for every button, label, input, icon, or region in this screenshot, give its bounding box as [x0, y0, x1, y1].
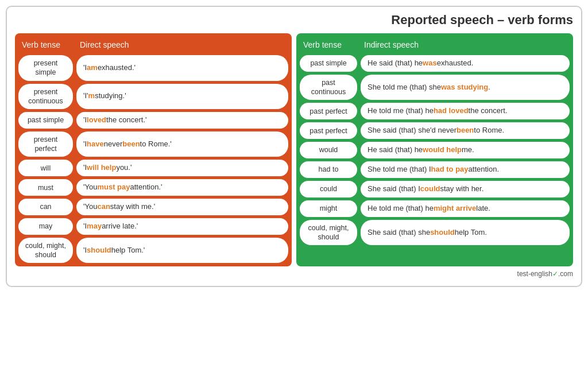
table-row: could She said (that) I could stay with … — [300, 181, 570, 197]
table-row: might He told me (that) he might arrive … — [300, 200, 570, 217]
speech-cell: 'You can stay with me.' — [76, 199, 288, 215]
table-row: would He said (that) he would help me. — [300, 142, 570, 158]
table-row: must 'You must pay attention.' — [18, 179, 288, 196]
tense-cell: may — [18, 218, 73, 235]
table-row: past perfect She said (that) she'd never… — [300, 122, 570, 139]
table-row: can 'You can stay with me.' — [18, 199, 288, 215]
right-header-row: Verb tense Indirect speech — [296, 33, 573, 55]
tense-cell: present simple — [18, 55, 73, 81]
speech-cell: She said (that) she'd never been to Rome… — [361, 122, 570, 139]
tense-cell: past continuous — [300, 75, 357, 100]
right-header-speech: Indirect speech — [361, 38, 570, 52]
table-row: past continuous She told me (that) she w… — [300, 75, 570, 100]
tense-cell: might — [300, 200, 357, 217]
tense-cell: will — [18, 160, 73, 176]
tense-cell: must — [18, 179, 73, 196]
speech-cell: She told me (that) I had to pay attentio… — [361, 161, 570, 178]
tense-cell: can — [18, 199, 73, 215]
tense-cell: could, might, should — [300, 220, 357, 246]
right-rows: past simple He said (that) he was exhaus… — [296, 55, 573, 249]
tense-cell: past perfect — [300, 103, 357, 119]
page-container: Reported speech – verb forms Verb tense … — [6, 6, 582, 287]
speech-cell: 'I am exhausted.' — [76, 55, 288, 81]
speech-cell: He said (that) he would help me. — [361, 142, 570, 158]
tense-cell: past perfect — [300, 122, 357, 139]
left-header-tense: Verb tense — [18, 38, 73, 52]
table-row: present simple 'I am exhausted.' — [18, 55, 288, 81]
direct-speech-table: Verb tense Direct speech present simple … — [15, 33, 292, 266]
check-icon: ✓ — [552, 270, 558, 278]
speech-cell: She said (that) I could stay with her. — [361, 181, 570, 197]
speech-cell: 'I loved the concert.' — [76, 112, 288, 129]
tables-row: Verb tense Direct speech present simple … — [15, 33, 573, 266]
tense-cell: would — [300, 142, 357, 158]
tense-cell: could, might, should — [18, 238, 73, 264]
table-row: present continuous 'I'm studying.' — [18, 84, 288, 110]
speech-cell: 'You must pay attention.' — [76, 179, 288, 196]
speech-cell: He told me (that) he might arrive late. — [361, 200, 570, 217]
table-row: could, might, should 'I should help Tom.… — [18, 238, 288, 264]
tense-cell: had to — [300, 161, 357, 178]
table-row: will 'I will help you.' — [18, 160, 288, 176]
table-row: present perfect 'I have never been to Ro… — [18, 131, 288, 157]
tense-cell: present perfect — [18, 131, 73, 157]
speech-cell: 'I'm studying.' — [76, 84, 288, 110]
speech-cell: She told me (that) she was studying. — [361, 75, 570, 100]
speech-cell: 'I have never been to Rome.' — [76, 131, 288, 157]
speech-cell: 'I should help Tom.' — [76, 238, 288, 264]
footer-suffix: .com — [558, 270, 573, 278]
page-title: Reported speech – verb forms — [15, 13, 573, 28]
table-row: past simple He said (that) he was exhaus… — [300, 55, 570, 72]
speech-cell: She said (that) she should help Tom. — [361, 220, 570, 246]
table-row: had to She told me (that) I had to pay a… — [300, 161, 570, 178]
tense-cell: present continuous — [18, 84, 73, 110]
tense-cell: could — [300, 181, 357, 197]
tense-cell: past simple — [18, 112, 73, 129]
left-rows: present simple 'I am exhausted.' present… — [15, 55, 292, 266]
tense-cell: past simple — [300, 55, 357, 72]
left-header-speech: Direct speech — [76, 38, 288, 52]
right-header-tense: Verb tense — [300, 38, 357, 52]
table-row: past perfect He told me (that) he had lo… — [300, 103, 570, 119]
title-suffix: – verb forms — [494, 13, 573, 27]
left-header-row: Verb tense Direct speech — [15, 33, 292, 55]
footer-text: test-english — [517, 270, 552, 278]
table-row: may 'I may arrive late.' — [18, 218, 288, 235]
speech-cell: He told me (that) he had loved the conce… — [361, 103, 570, 119]
speech-cell: 'I will help you.' — [76, 160, 288, 176]
title-prefix: Reported speech — [391, 13, 494, 27]
table-row: past simple 'I loved the concert.' — [18, 112, 288, 129]
speech-cell: 'I may arrive late.' — [76, 218, 288, 235]
footer: test-english✓.com — [15, 270, 573, 278]
indirect-speech-table: Verb tense Indirect speech past simple H… — [296, 33, 573, 266]
table-row: could, might, should She said (that) she… — [300, 220, 570, 246]
speech-cell: He said (that) he was exhausted. — [361, 55, 570, 72]
